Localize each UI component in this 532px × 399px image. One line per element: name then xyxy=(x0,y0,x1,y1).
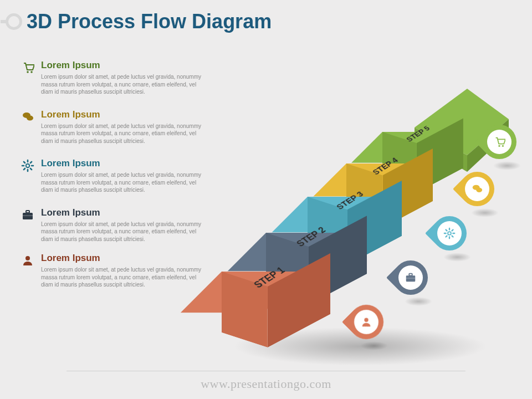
legend-title: Lorem Ipsum xyxy=(41,158,204,169)
gear-icon xyxy=(21,158,41,194)
footer: www.presentationgo.com xyxy=(0,371,532,391)
footer-divider xyxy=(66,371,466,371)
map-pin-5 xyxy=(482,125,516,168)
map-pin-2 xyxy=(393,260,428,304)
legend-desc: Lorem ipsum dolor sit amet, at pede luct… xyxy=(41,122,204,145)
legend-desc: Lorem ipsum dolor sit amet, at pede luct… xyxy=(41,73,204,96)
legend-title: Lorem Ipsum xyxy=(41,109,204,120)
map-pin-1 xyxy=(349,305,383,348)
legend-title: Lorem Ipsum xyxy=(41,253,204,264)
legend-item: Lorem Ipsum Lorem ipsum dolor sit amet, … xyxy=(21,158,204,194)
legend-list: Lorem Ipsum Lorem ipsum dolor sit amet, … xyxy=(21,60,204,299)
diagram-stage: STEP 1 STEP 2 STEP 3 STEP 4 STEP 5 xyxy=(200,66,521,355)
header: 3D Process Flow Diagram xyxy=(0,0,532,39)
chat-icon xyxy=(21,109,41,145)
legend-desc: Lorem ipsum dolor sit amet, at pede luct… xyxy=(41,266,204,289)
user-icon xyxy=(21,253,41,289)
legend-desc: Lorem ipsum dolor sit amet, at pede luct… xyxy=(41,221,204,243)
map-pin-3 xyxy=(432,216,467,259)
legend-title: Lorem Ipsum xyxy=(41,207,204,218)
legend-item: Lorem Ipsum Lorem ipsum dolor sit amet, … xyxy=(21,60,204,96)
header-ring-icon xyxy=(6,13,22,30)
footer-url: www.presentationgo.com xyxy=(201,377,331,391)
map-pin-4 xyxy=(460,172,494,215)
legend-item: Lorem Ipsum Lorem ipsum dolor sit amet, … xyxy=(21,207,204,243)
legend-title: Lorem Ipsum xyxy=(41,60,204,71)
legend-item: Lorem Ipsum Lorem ipsum dolor sit amet, … xyxy=(21,109,204,145)
legend-desc: Lorem ipsum dolor sit amet, at pede luct… xyxy=(41,171,204,194)
cart-icon xyxy=(21,60,41,96)
briefcase-icon xyxy=(21,207,41,243)
legend-item: Lorem Ipsum Lorem ipsum dolor sit amet, … xyxy=(21,253,204,289)
page-title: 3D Process Flow Diagram xyxy=(27,10,272,33)
